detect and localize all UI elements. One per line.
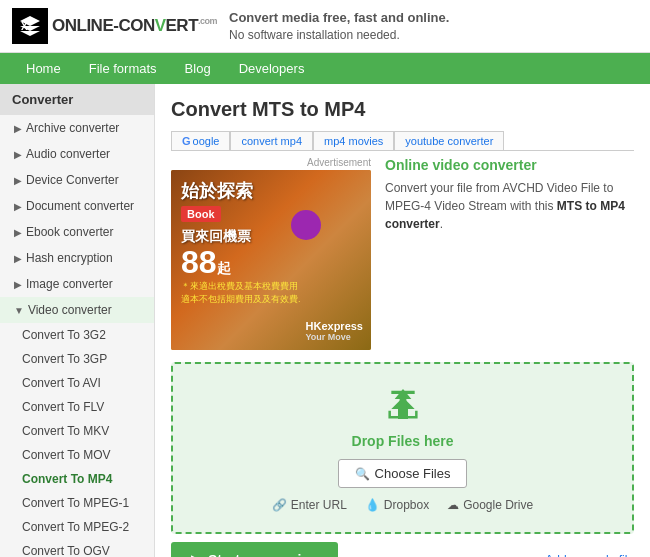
logo-svg-icon: X: [18, 14, 42, 38]
sidebar-label: Hash encryption: [26, 251, 113, 265]
sidebar-item-archive[interactable]: ▶Archive converter: [0, 115, 154, 141]
bottom-area: ▶ Start conversion Add example file: [171, 542, 634, 557]
logo-text-block: ONLINE-CONVERT.com: [52, 16, 217, 36]
arrow-icon: ▶: [14, 175, 22, 186]
ad-block: 始於探索 Book 買來回機票 88起 ＊來適出稅費及基本稅費費用適本不包括期費…: [171, 170, 371, 350]
choose-files-label: Choose Files: [375, 466, 451, 481]
ad-tab-google[interactable]: G oogle: [171, 131, 230, 150]
sidebar-item-audio[interactable]: ▶Audio converter: [0, 141, 154, 167]
arrow-icon: ▶: [14, 149, 22, 160]
dropbox-icon: 💧: [365, 498, 380, 512]
ad-circle-decoration: [291, 210, 321, 240]
google-drive-label: Google Drive: [463, 498, 533, 512]
ad-overlay: 始於探索 Book 買來回機票 88起 ＊來適出稅費及基本稅費費用適本不包括期費…: [171, 170, 371, 350]
page-layout: Converter ▶Archive converter ▶Audio conv…: [0, 84, 650, 557]
sidebar-item-document[interactable]: ▶Document converter: [0, 193, 154, 219]
upload-icon: [193, 384, 612, 427]
arrow-icon: ▼: [14, 305, 24, 316]
arrow-icon: ▶: [14, 201, 22, 212]
ad-container: Advertisement 始於探索 Book 買來回機票 88起 ＊來適出稅費…: [171, 157, 371, 350]
sidebar-label: Device Converter: [26, 173, 119, 187]
sidebar-label: Audio converter: [26, 147, 110, 161]
sidebar-subitem-mov[interactable]: Convert To MOV: [0, 443, 154, 467]
page-title: Convert MTS to MP4: [171, 98, 634, 121]
google-drive-link[interactable]: ☁ Google Drive: [447, 498, 533, 512]
ad-brand: HKexpressYour Move: [306, 320, 363, 342]
start-chevron-icon: ▶: [191, 552, 202, 557]
url-icon: 🔗: [272, 498, 287, 512]
svg-text:X: X: [21, 21, 28, 32]
nav-bar: Home File formats Blog Developers: [0, 53, 650, 84]
info-box: Online video converter Convert your file…: [385, 157, 634, 350]
google-g-icon: G: [182, 135, 191, 147]
sidebar-subitem-mp4[interactable]: Convert To MP4: [0, 467, 154, 491]
sidebar-subitem-ogv[interactable]: Convert To OGV: [0, 539, 154, 557]
enter-url-label: Enter URL: [291, 498, 347, 512]
sidebar-label: Archive converter: [26, 121, 119, 135]
enter-url-link[interactable]: 🔗 Enter URL: [272, 498, 347, 512]
arrow-icon: ▶: [14, 123, 22, 134]
arrow-icon: ▶: [14, 227, 22, 238]
ad-number: 88起: [181, 246, 361, 278]
ad-image: 始於探索 Book 買來回機票 88起 ＊來適出稅費及基本稅費費用適本不包括期費…: [171, 170, 371, 350]
ad-fine-print: ＊來適出稅費及基本稅費費用適本不包括期費用及及有效費.: [181, 280, 361, 306]
sidebar-label: Image converter: [26, 277, 113, 291]
ad-chinese-subtitle: 買來回機票: [181, 227, 361, 245]
nav-file-formats[interactable]: File formats: [75, 53, 171, 84]
choose-files-button[interactable]: 🔍 Choose Files: [338, 459, 468, 488]
ad-tab-convert-mp4[interactable]: convert mp4: [230, 131, 313, 150]
logo-icon: X: [12, 8, 48, 44]
ad-tab-youtube-converter[interactable]: youtube converter: [394, 131, 504, 150]
sidebar-subitem-3g2[interactable]: Convert To 3G2: [0, 323, 154, 347]
drive-icon: ☁: [447, 498, 459, 512]
advertisement-label: Advertisement: [171, 157, 371, 168]
nav-blog[interactable]: Blog: [171, 53, 225, 84]
sidebar: Converter ▶Archive converter ▶Audio conv…: [0, 84, 155, 557]
ad-brand-sub: Your Move: [306, 332, 363, 342]
tagline-strong: Convert media free, fast and online.: [229, 10, 449, 25]
sidebar-item-image[interactable]: ▶Image converter: [0, 271, 154, 297]
upload-area[interactable]: Drop Files here 🔍 Choose Files 🔗 Enter U…: [171, 362, 634, 534]
sidebar-title: Converter: [0, 84, 154, 115]
ad-tab-mp4-movies[interactable]: mp4 movies: [313, 131, 394, 150]
dropbox-label: Dropbox: [384, 498, 429, 512]
sidebar-subitem-flv[interactable]: Convert To FLV: [0, 395, 154, 419]
sidebar-item-ebook[interactable]: ▶Ebook converter: [0, 219, 154, 245]
content-area: Advertisement 始於探索 Book 買來回機票 88起 ＊來適出稅費…: [171, 157, 634, 350]
upload-links: 🔗 Enter URL 💧 Dropbox ☁ Google Drive: [193, 498, 612, 512]
main-content: Convert MTS to MP4 G oogle convert mp4 m…: [155, 84, 650, 557]
nav-developers[interactable]: Developers: [225, 53, 319, 84]
sidebar-item-video[interactable]: ▼Video converter: [0, 297, 154, 323]
ad-number-unit: 起: [217, 260, 231, 276]
sidebar-subitem-mpeg2[interactable]: Convert To MPEG-2: [0, 515, 154, 539]
logo-highlight: V: [155, 16, 166, 35]
sidebar-subitem-mkv[interactable]: Convert To MKV: [0, 419, 154, 443]
ad-book-label: Book: [181, 206, 221, 222]
logo-name2: ERT: [166, 16, 199, 35]
logo-name: ONLINE-CON: [52, 16, 155, 35]
sidebar-label: Ebook converter: [26, 225, 113, 239]
ad-chinese-title: 始於探索: [181, 180, 361, 203]
sidebar-label: Document converter: [26, 199, 134, 213]
drop-files-text: Drop Files here: [193, 433, 612, 449]
ad-tabs-bar: G oogle convert mp4 mp4 movies youtube c…: [171, 131, 634, 151]
sidebar-subitem-mpeg1[interactable]: Convert To MPEG-1: [0, 491, 154, 515]
dropbox-link[interactable]: 💧 Dropbox: [365, 498, 429, 512]
start-conversion-button[interactable]: ▶ Start conversion: [171, 542, 338, 557]
header-tagline: Convert media free, fast and online. No …: [229, 9, 449, 44]
sidebar-subitem-3gp[interactable]: Convert To 3GP: [0, 347, 154, 371]
sidebar-item-hash[interactable]: ▶Hash encryption: [0, 245, 154, 271]
logo-box: X ONLINE-CONVERT.com: [12, 8, 217, 44]
header: X ONLINE-CONVERT.com Convert media free,…: [0, 0, 650, 53]
add-example-link[interactable]: Add example file: [545, 553, 634, 557]
info-text: Convert your file from AVCHD Video File …: [385, 179, 634, 233]
search-icon: 🔍: [355, 467, 370, 481]
tagline-sub: No software installation needed.: [229, 28, 400, 42]
sidebar-subitem-avi[interactable]: Convert To AVI: [0, 371, 154, 395]
nav-home[interactable]: Home: [12, 53, 75, 84]
ad-tab-google-label: oogle: [193, 135, 220, 147]
upload-arrow-icon: [383, 384, 423, 424]
info-title: Online video converter: [385, 157, 634, 173]
info-text-end: .: [440, 217, 443, 231]
sidebar-item-device[interactable]: ▶Device Converter: [0, 167, 154, 193]
